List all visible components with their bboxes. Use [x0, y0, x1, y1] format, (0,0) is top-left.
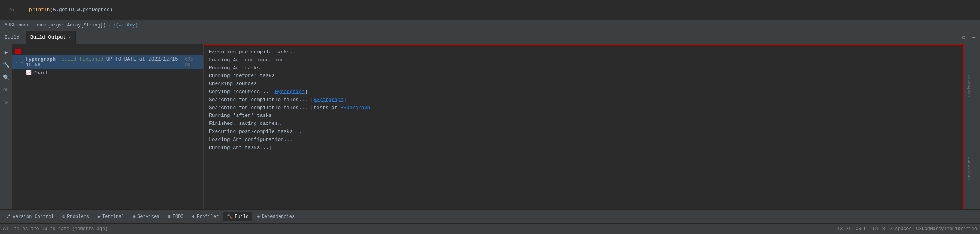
- bottom-tab-todo[interactable]: ≡ TODO: [164, 213, 188, 221]
- scrollbar-area[interactable]: [975, 44, 980, 209]
- build-tree-row-chart[interactable]: 📈 Chart: [12, 69, 203, 77]
- console-line-2: Loading Ant configuration...: [209, 56, 959, 64]
- code-line: println(w.getID,w.getDegree): [23, 7, 119, 13]
- todo-icon: ≡: [168, 214, 171, 219]
- bottom-tab-terminal-label: Terminal: [102, 214, 124, 219]
- structure-label[interactable]: Structure: [966, 155, 972, 182]
- hypergraph-link-1[interactable]: Hypergraph: [275, 89, 305, 95]
- build-panel: ∨ ✓ Hypergraph: build finished UP-TO-DAT…: [12, 44, 204, 209]
- eye-icon[interactable]: 👁: [2, 85, 10, 95]
- build-prefix: Build:: [3, 34, 24, 40]
- status-bar: All files are up-to-date (moments ago) 1…: [0, 223, 980, 234]
- services-icon: ⊕: [133, 214, 136, 219]
- code-method: println: [29, 7, 50, 13]
- status-right: 13:21 CRLF UTF-8 2 spaces CSDN@MarcyTheL…: [837, 226, 977, 232]
- bottom-tab-build[interactable]: 🔨 Build: [223, 212, 252, 221]
- bottom-tab-version-control-label: Version Control: [13, 214, 54, 219]
- bottom-toolbar: ⎇ Version Control ⊙ Problems ▶ Terminal …: [0, 209, 980, 223]
- build-icon[interactable]: 🔧: [2, 60, 11, 70]
- profiler-icon: ⊕: [192, 214, 195, 219]
- console-line-13: Running Ant tasks...|: [209, 144, 959, 152]
- build-tree-row-main[interactable]: ∨ ✓ Hypergraph: build finished UP-TO-DAT…: [12, 55, 203, 69]
- bottom-tab-services-label: Services: [137, 214, 160, 219]
- console-line-12: Loading Ant configuration...: [209, 136, 959, 144]
- status-line-ending[interactable]: CRLF: [856, 226, 867, 232]
- tab-bar-left: Build: Build Output ✕: [0, 31, 79, 44]
- build-status-text: build finished: [62, 56, 106, 62]
- run-icon[interactable]: ▶: [3, 47, 9, 57]
- bottom-tab-build-label: Build: [235, 214, 248, 219]
- tab-build-output[interactable]: Build Output ✕: [26, 31, 76, 44]
- tab-bar: Build: Build Output ✕ ⚙ —: [0, 31, 980, 44]
- build-tree: ∨ ✓ Hypergraph: build finished UP-TO-DAT…: [12, 44, 203, 209]
- status-indent[interactable]: 2 spaces: [890, 226, 912, 232]
- chart-label: Chart: [33, 70, 48, 76]
- console-line-10: Finished, saving caches…: [209, 120, 959, 128]
- bottom-tab-version-control[interactable]: ⎇ Version Control: [2, 212, 58, 221]
- minimize-icon[interactable]: —: [970, 33, 977, 42]
- console-line-8: Searching for compilable files... [tests…: [209, 104, 959, 112]
- build-tree-text: Hypergraph: build finished UP-TO-DATE at…: [26, 56, 183, 68]
- editor-strip: 25 println(w.getID,w.getDegree): [0, 0, 980, 20]
- bottom-tab-problems-label: Problems: [67, 214, 89, 219]
- terminal-icon: ▶: [98, 214, 100, 219]
- breadcrumb-sep2: ›: [108, 23, 111, 28]
- console-line-7: Searching for compilable files... [Hyper…: [209, 96, 959, 104]
- chart-icon: 📈: [26, 70, 32, 76]
- stop-build-button[interactable]: [15, 49, 21, 54]
- bottom-tab-terminal[interactable]: ▶ Terminal: [94, 212, 128, 221]
- line-number: 25: [0, 0, 23, 20]
- breadcrumb-bar: MRSRunner › main(args: Array[String]) › …: [0, 20, 980, 31]
- console-line-5: Checking sources: [209, 80, 959, 88]
- breadcrumb-lambda[interactable]: λ(w: Any): [113, 23, 138, 28]
- tab-close-button[interactable]: ✕: [68, 35, 71, 40]
- console-line-9: Running 'after' tasks: [209, 112, 959, 120]
- breadcrumb-runner[interactable]: MRSRunner: [5, 23, 29, 28]
- version-control-icon: ⎇: [5, 214, 11, 219]
- build-duration: 695 ms: [185, 57, 200, 67]
- bottom-tab-dependencies[interactable]: ◈ Dependencies: [253, 212, 299, 221]
- problems-icon: ⊙: [62, 214, 65, 219]
- sidebar-left: ▶ 🔧 🔍 👁 ⊙: [0, 44, 12, 209]
- bottom-tab-profiler[interactable]: ⊕ Profiler: [188, 212, 223, 221]
- status-left: All files are up-to-date (moments ago): [3, 226, 108, 232]
- status-message: All files are up-to-date (moments ago): [3, 226, 108, 232]
- project-name: Hypergraph:: [26, 56, 59, 62]
- hypergraph-link-2[interactable]: Hypergraph: [314, 97, 343, 103]
- console-line-3: Running Ant tasks...: [209, 64, 959, 72]
- console-line-6: Copying resources... [Hypergraph]: [209, 88, 959, 96]
- debug-icon[interactable]: ⊙: [3, 98, 9, 107]
- search-icon[interactable]: 🔍: [2, 73, 11, 82]
- tab-bar-right: ⚙ —: [957, 31, 980, 44]
- breadcrumb-sep1: ›: [32, 23, 34, 28]
- status-time: 13:21: [837, 226, 851, 232]
- breadcrumb-method[interactable]: main(args: Array[String]): [37, 23, 106, 28]
- bottom-tab-services[interactable]: ⊕ Services: [129, 212, 163, 221]
- build-success-icon: ✓: [21, 59, 24, 65]
- bottom-tab-profiler-label: Profiler: [197, 214, 219, 219]
- status-encoding[interactable]: UTF-8: [871, 226, 885, 232]
- bookmarks-label[interactable]: Bookmarks: [966, 72, 972, 99]
- build-tab-icon: 🔨: [227, 214, 233, 219]
- code-params: (w.getID,w.getDegree): [50, 7, 113, 13]
- main-area: ▶ 🔧 🔍 👁 ⊙ ∨ ✓ Hypergraph: build finished…: [0, 44, 980, 209]
- build-stop-row: [12, 47, 203, 55]
- bottom-tab-todo-label: TODO: [173, 214, 184, 219]
- bottom-tab-dependencies-label: Dependencies: [262, 214, 295, 219]
- tab-build-output-label: Build Output: [30, 34, 66, 40]
- console-panel: Executing pre-compile tasks... Loading A…: [204, 44, 964, 209]
- console-line-4: Running 'before' tasks: [209, 72, 959, 80]
- console-line-1: Executing pre-compile tasks...: [209, 48, 959, 56]
- tree-toggle-icon: ∨: [15, 60, 20, 64]
- bottom-tab-problems[interactable]: ⊙ Problems: [59, 212, 93, 221]
- settings-icon[interactable]: ⚙: [960, 33, 967, 42]
- hypergraph-link-3[interactable]: Hypergraph: [340, 105, 370, 111]
- dependencies-icon: ◈: [257, 214, 260, 219]
- status-username: CSDN@MarcyTheLibrarian: [916, 226, 977, 232]
- console-line-11: Executing post-compile tasks...: [209, 128, 959, 136]
